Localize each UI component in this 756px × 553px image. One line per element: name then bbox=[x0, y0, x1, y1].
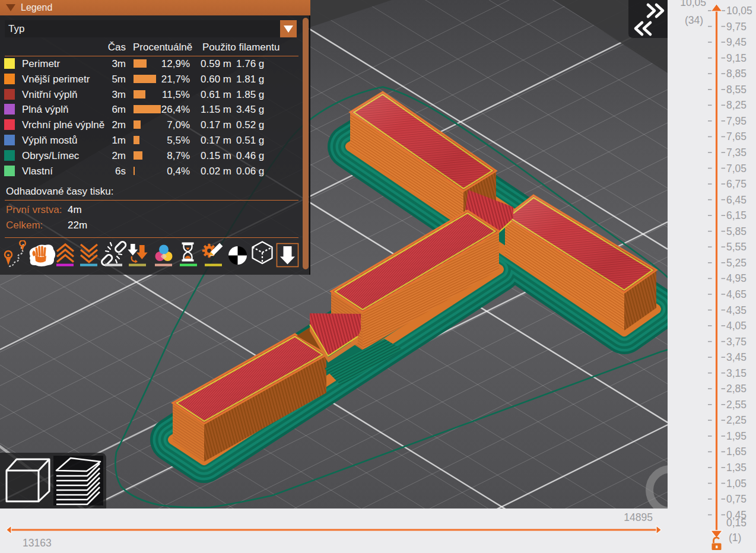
svg-text:(1): (1) bbox=[729, 532, 741, 544]
svg-text:(34): (34) bbox=[685, 14, 703, 26]
svg-text:0,15: 0,15 bbox=[726, 517, 747, 529]
svg-text:2,85: 2,85 bbox=[726, 383, 747, 395]
svg-text:0,75: 0,75 bbox=[726, 493, 747, 505]
svg-text:9,45: 9,45 bbox=[726, 36, 747, 48]
svg-text:8,85: 8,85 bbox=[726, 68, 747, 80]
svg-text:4,35: 4,35 bbox=[726, 304, 747, 316]
svg-text:1,35: 1,35 bbox=[726, 462, 747, 473]
svg-text:3,75: 3,75 bbox=[726, 336, 747, 348]
svg-text:3,45: 3,45 bbox=[726, 351, 747, 363]
svg-text:1,05: 1,05 bbox=[726, 478, 747, 490]
svg-text:2,55: 2,55 bbox=[726, 399, 747, 411]
svg-text:9,15: 9,15 bbox=[726, 52, 747, 64]
svg-text:10,05: 10,05 bbox=[726, 5, 752, 17]
svg-text:10,05: 10,05 bbox=[680, 0, 706, 8]
svg-text:5,55: 5,55 bbox=[726, 241, 747, 253]
svg-text:7,05: 7,05 bbox=[726, 163, 747, 174]
svg-text:4,05: 4,05 bbox=[726, 320, 747, 332]
svg-text:6,75: 6,75 bbox=[726, 178, 747, 190]
svg-text:6,15: 6,15 bbox=[726, 209, 747, 221]
svg-text:14895: 14895 bbox=[624, 511, 653, 523]
svg-text:0,45: 0,45 bbox=[726, 509, 747, 521]
svg-text:5,85: 5,85 bbox=[726, 225, 747, 237]
svg-text:13163: 13163 bbox=[23, 537, 52, 549]
svg-text:7,95: 7,95 bbox=[726, 115, 747, 127]
svg-text:7,65: 7,65 bbox=[726, 131, 747, 142]
svg-text:8,25: 8,25 bbox=[726, 99, 747, 111]
svg-text:7,35: 7,35 bbox=[726, 147, 747, 158]
svg-text:2,25: 2,25 bbox=[726, 414, 747, 426]
svg-text:1,65: 1,65 bbox=[726, 446, 747, 457]
svg-text:8,55: 8,55 bbox=[726, 84, 747, 96]
svg-text:9,75: 9,75 bbox=[726, 21, 747, 33]
svg-text:3,15: 3,15 bbox=[726, 367, 747, 379]
svg-text:5,25: 5,25 bbox=[726, 257, 747, 269]
svg-text:4,65: 4,65 bbox=[726, 288, 747, 300]
svg-text:6,45: 6,45 bbox=[726, 194, 747, 206]
svg-text:4,95: 4,95 bbox=[726, 272, 747, 284]
svg-text:1,95: 1,95 bbox=[726, 430, 747, 442]
